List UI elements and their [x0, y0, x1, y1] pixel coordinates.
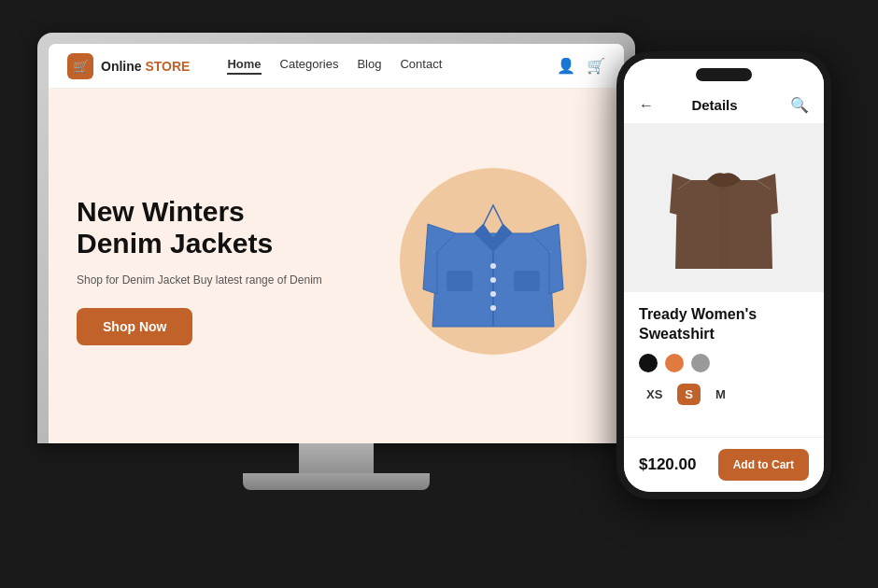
- nav-user-icons: 👤 🛒: [557, 57, 605, 75]
- phone-footer: $120.00 Add to Cart: [624, 437, 824, 492]
- monitor-base: [243, 473, 430, 490]
- monitor-screen: 🛒 Online STORE Home Categories Blog Cont…: [49, 44, 624, 443]
- user-icon[interactable]: 👤: [557, 57, 575, 75]
- color-swatches: [639, 354, 809, 372]
- product-price: $120.00: [639, 455, 696, 474]
- product-image-area: [624, 124, 824, 292]
- desktop-monitor: 🛒 Online STORE Home Categories Blog Cont…: [37, 33, 635, 490]
- site-logo: 🛒 Online STORE: [67, 53, 190, 79]
- color-swatch-gray[interactable]: [691, 354, 710, 372]
- mobile-phone: ← Details 🔍: [616, 51, 831, 499]
- nav-blog[interactable]: Blog: [357, 57, 381, 75]
- product-details: Tready Women's Sweatshirt XS S M: [624, 292, 824, 437]
- svg-point-1: [490, 263, 496, 269]
- nav-categories[interactable]: Categories: [280, 57, 339, 75]
- hero-subtitle: Shop for Denim Jacket Buy latest range o…: [77, 272, 390, 289]
- svg-rect-5: [446, 271, 473, 291]
- jacket-image: [390, 149, 596, 392]
- nav-links: Home Categories Blog Contact: [227, 57, 442, 75]
- hero-text: New Winters Denim Jackets Shop for Denim…: [77, 196, 390, 345]
- size-xs[interactable]: XS: [639, 384, 670, 405]
- svg-point-4: [490, 305, 496, 311]
- phone-screen: ← Details 🔍: [624, 59, 824, 492]
- cart-logo-icon: 🛒: [67, 53, 93, 79]
- size-m[interactable]: M: [708, 384, 733, 405]
- size-options: XS S M: [639, 384, 809, 405]
- nav-home[interactable]: Home: [227, 57, 261, 75]
- monitor-neck: [299, 443, 374, 473]
- color-swatch-black[interactable]: [639, 354, 658, 372]
- logo-text: Online STORE: [101, 59, 190, 74]
- phone-notch: [696, 68, 752, 81]
- product-image: [668, 124, 780, 292]
- shop-now-button[interactable]: Shop Now: [77, 308, 192, 345]
- cart-icon[interactable]: 🛒: [587, 57, 605, 75]
- phone-search-icon[interactable]: 🔍: [790, 96, 809, 114]
- color-swatch-orange[interactable]: [665, 354, 684, 372]
- svg-rect-9: [719, 180, 729, 269]
- hero-title: New Winters Denim Jackets: [77, 196, 390, 260]
- scene: 🛒 Online STORE Home Categories Blog Cont…: [19, 14, 859, 574]
- phone-page-title: Details: [639, 97, 790, 113]
- site-nav: 🛒 Online STORE Home Categories Blog Cont…: [49, 44, 624, 89]
- monitor-bezel: 🛒 Online STORE Home Categories Blog Cont…: [37, 33, 635, 443]
- nav-contact[interactable]: Contact: [400, 57, 442, 75]
- svg-rect-6: [514, 271, 540, 291]
- hero-section: New Winters Denim Jackets Shop for Denim…: [49, 89, 624, 443]
- add-to-cart-button[interactable]: Add to Cart: [718, 449, 809, 481]
- hero-image-area: [390, 149, 596, 392]
- size-s[interactable]: S: [677, 384, 701, 405]
- product-name: Tready Women's Sweatshirt: [639, 305, 809, 344]
- svg-point-2: [490, 277, 496, 283]
- svg-point-3: [490, 291, 496, 297]
